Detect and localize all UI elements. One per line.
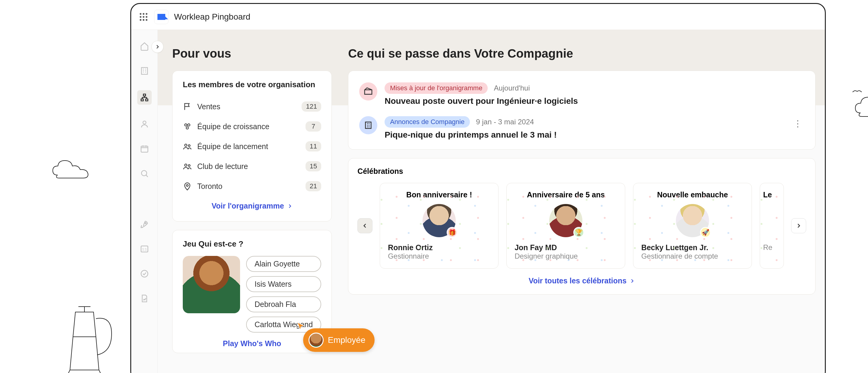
whoswho-option[interactable]: Alain Goyette [246,256,321,272]
org-row-lancement[interactable]: Équipe de lancement 11 [183,136,321,156]
nav-company-icon[interactable] [139,65,150,76]
chevron-right-icon [796,223,802,229]
celebrations-card: Célébrations Bon anniversaire ! 🎁 Ronnie… [348,158,815,294]
svg-point-26 [188,165,190,166]
feed-date: Aujourd'hui [494,84,530,92]
cursor-icon [296,322,306,332]
view-orgchart-link[interactable]: Voir l'organigramme [183,196,321,212]
collaborator-cursor: Employée [303,328,375,352]
gift-icon: 🎁 [447,227,458,238]
svg-point-21 [188,124,190,126]
sidebar-expand-button[interactable] [151,41,163,53]
nav-doc-icon[interactable] [139,293,150,304]
chevron-right-icon [629,278,635,284]
svg-point-1 [143,13,145,15]
trophy-icon: 🏆 [574,227,584,238]
svg-point-5 [146,16,148,18]
feed-date: 9 jan - 3 mai 2024 [476,118,534,126]
svg-point-13 [143,121,146,124]
celebration-card[interactable]: Bon anniversaire ! 🎁 Ronnie Ortiz Gestio… [380,183,499,268]
feed-heading: Ce qui se passe dans Votre Compagnie [348,47,815,60]
celebration-card[interactable]: Anniversaire de 5 ans 🏆 Jon Fay MD Desig… [506,183,625,268]
svg-point-25 [185,164,187,167]
wallet-icon [359,82,377,101]
app-grid-icon[interactable] [138,12,149,22]
org-row-ventes[interactable]: Ventes 121 [183,96,321,116]
view-all-celebrations-link[interactable]: Voir toutes les célébrations [358,268,806,287]
org-card-title: Les membres de votre organisation [183,80,321,89]
feed-title: Pique-nique du printemps annuel le 3 mai… [384,130,784,140]
people-icon [183,162,192,171]
count-pill: 15 [306,161,321,171]
svg-point-7 [143,19,145,21]
svg-text:1:1: 1:1 [142,248,147,251]
nav-search-icon[interactable] [139,168,150,179]
feed-title: Nouveau poste ouvert pour Ingénieur·e lo… [384,96,804,106]
feed-tag: Annonces de Compagnie [384,116,470,128]
whoswho-title: Jeu Qui est-ce ? [183,239,321,249]
svg-point-20 [185,124,187,126]
nav-rocket-icon[interactable] [139,219,150,230]
svg-point-2 [146,13,148,15]
svg-point-27 [186,184,188,186]
carousel-next-button[interactable] [791,218,806,233]
nav-home-icon[interactable] [139,41,150,52]
avatar: 🏆 [549,204,582,237]
svg-point-24 [188,145,190,146]
nav-check-icon[interactable] [139,268,150,279]
count-pill: 121 [302,102,321,112]
avatar [309,333,323,348]
whoswho-option[interactable]: Debroah Fla [246,296,321,312]
whoswho-photo [183,256,240,313]
svg-rect-12 [145,99,148,101]
count-pill: 11 [306,141,321,151]
carousel-prev-button[interactable] [358,218,372,233]
app-title: Workleap Pingboard [174,12,250,22]
app-window: Workleap Pingboard 1:1 Pour vous Les [130,3,826,373]
for-you-heading: Pour vous [172,47,332,60]
svg-point-15 [142,171,147,176]
chevron-right-icon [287,203,292,209]
feed-more-button[interactable]: ⋮ [791,116,804,131]
people-icon [183,142,192,151]
svg-rect-28 [366,122,371,128]
feed-tag: Mises à jour de l'organigramme [384,82,488,94]
nav-calendar-icon[interactable] [139,143,150,154]
svg-point-3 [140,16,142,18]
feed-item[interactable]: Annonces de Compagnie 9 jan - 3 mai 2024… [359,113,804,141]
svg-rect-14 [141,146,148,152]
svg-point-8 [146,19,148,21]
rocket-icon: 🚀 [700,227,711,238]
org-row-club[interactable]: Club de lecture 15 [183,156,321,176]
team-icon [183,122,192,131]
avatar: 🚀 [676,204,709,237]
chevron-left-icon [362,223,368,229]
celebration-card[interactable]: Le Re [760,183,784,268]
svg-rect-9 [142,67,148,75]
svg-point-16 [145,222,146,224]
svg-point-4 [143,16,145,18]
flag-icon [183,102,192,111]
svg-rect-11 [141,99,143,101]
pin-icon [183,182,192,191]
titlebar: Workleap Pingboard [131,4,825,30]
count-pill: 21 [306,181,321,191]
org-members-card: Les membres de votre organisation Ventes… [172,70,332,222]
nav-orgchart-icon[interactable] [137,90,152,105]
feed-card: Mises à jour de l'organigramme Aujourd'h… [348,70,815,150]
svg-point-22 [186,127,188,129]
svg-point-0 [140,13,142,15]
org-row-toronto[interactable]: Toronto 21 [183,176,321,196]
app-logo[interactable] [154,10,168,24]
nav-profile-icon[interactable] [139,119,150,130]
org-row-croissance[interactable]: Équipe de croissance 7 [183,116,321,136]
svg-point-19 [141,270,148,277]
nav-oneonone-icon[interactable]: 1:1 [139,243,150,254]
feed-item[interactable]: Mises à jour de l'organigramme Aujourd'h… [359,79,804,113]
whoswho-option[interactable]: Isis Waters [246,276,321,292]
svg-point-6 [140,19,142,21]
celebration-card[interactable]: Nouvelle embauche 🚀 Becky Luettgen Jr. G… [633,183,752,268]
count-pill: 7 [306,121,321,132]
play-whoswho-link[interactable]: Play Who's Who [183,333,321,348]
building-icon [359,116,377,134]
